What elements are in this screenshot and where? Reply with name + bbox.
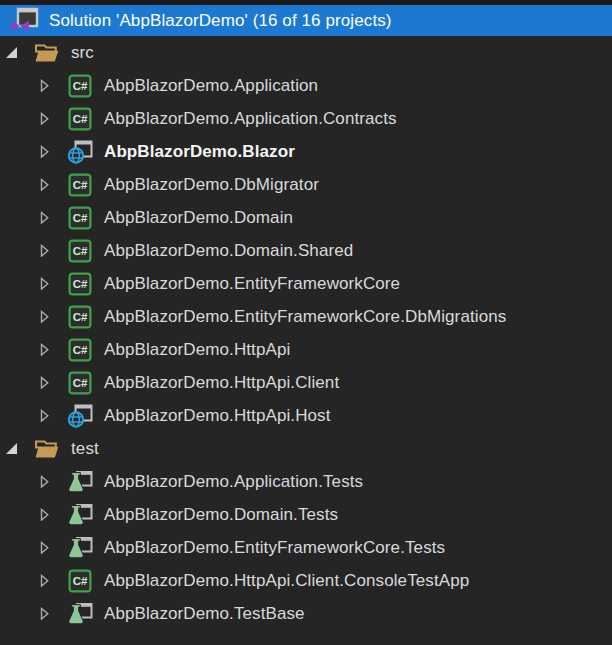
web-project-icon [67,404,93,428]
chevron-collapsed-icon[interactable] [38,277,51,290]
folder-open-icon [34,41,60,65]
tree-item-project[interactable]: AbpBlazorDemo.Domain.Tests [0,498,612,531]
test-project-icon [67,602,93,626]
chevron-expanded-icon[interactable] [5,46,18,59]
project-name: AbpBlazorDemo.Domain.Tests [104,505,338,525]
chevron-expanded-icon[interactable] [5,442,18,455]
test-project-icon [67,470,93,494]
project-name: AbpBlazorDemo.Application [104,76,318,96]
tree-item-project[interactable]: AbpBlazorDemo.Application.Tests [0,465,612,498]
csharp-project-icon [67,173,93,197]
test-project-icon [67,503,93,527]
chevron-collapsed-icon[interactable] [38,409,51,422]
project-name: AbpBlazorDemo.Application.Contracts [104,109,397,129]
solution-explorer-tree: Solution 'AbpBlazorDemo' (16 of 16 proje… [0,0,612,645]
project-name: AbpBlazorDemo.HttpApi.Client.ConsoleTest… [104,571,469,591]
tree-item-project[interactable]: AbpBlazorDemo.HttpApi [0,333,612,366]
chevron-collapsed-icon[interactable] [38,211,51,224]
csharp-project-icon [67,74,93,98]
tree-item-project[interactable]: AbpBlazorDemo.TestBase [0,597,612,630]
tree-item-project[interactable]: AbpBlazorDemo.Application [0,69,612,102]
csharp-project-icon [67,569,93,593]
solution-label: Solution 'AbpBlazorDemo' (16 of 16 proje… [49,11,392,31]
csharp-project-icon [67,305,93,329]
chevron-collapsed-icon[interactable] [38,508,51,521]
csharp-project-icon [67,206,93,230]
tree-item-project[interactable]: AbpBlazorDemo.Domain.Shared [0,234,612,267]
chevron-collapsed-icon[interactable] [38,376,51,389]
tree-item-project[interactable]: AbpBlazorDemo.HttpApi.Host [0,399,612,432]
chevron-collapsed-icon[interactable] [38,475,51,488]
chevron-collapsed-icon[interactable] [38,310,51,323]
project-name: AbpBlazorDemo.Blazor [104,142,295,162]
chevron-collapsed-icon[interactable] [38,79,51,92]
project-name: AbpBlazorDemo.EntityFrameworkCore.Tests [104,538,445,558]
project-name: AbpBlazorDemo.Application.Tests [104,472,363,492]
tree-item-project[interactable]: AbpBlazorDemo.EntityFrameworkCore.Tests [0,531,612,564]
chevron-collapsed-icon[interactable] [38,244,51,257]
tree-item-project[interactable]: AbpBlazorDemo.HttpApi.Client.ConsoleTest… [0,564,612,597]
chevron-collapsed-icon[interactable] [38,343,51,356]
project-name: AbpBlazorDemo.EntityFrameworkCore [104,274,400,294]
chevron-collapsed-icon[interactable] [38,574,51,587]
project-name: AbpBlazorDemo.HttpApi.Client [104,373,339,393]
tree-item-project[interactable]: AbpBlazorDemo.Application.Contracts [0,102,612,135]
project-name: AbpBlazorDemo.Domain [104,208,293,228]
test-project-icon [67,536,93,560]
tree-item-project[interactable]: AbpBlazorDemo.Domain [0,201,612,234]
chevron-collapsed-icon[interactable] [38,178,51,191]
tree-item-project[interactable]: AbpBlazorDemo.EntityFrameworkCore [0,267,612,300]
project-name: AbpBlazorDemo.HttpApi.Host [104,406,331,426]
chevron-collapsed-icon[interactable] [38,145,51,158]
visual-studio-solution-icon [10,7,39,34]
project-name: AbpBlazorDemo.TestBase [104,604,305,624]
tree-item-folder-test[interactable]: test [0,432,612,465]
tree-item-solution[interactable]: Solution 'AbpBlazorDemo' (16 of 16 proje… [0,5,612,36]
project-name: AbpBlazorDemo.HttpApi [104,340,290,360]
chevron-collapsed-icon[interactable] [38,112,51,125]
tree-item-project-startup[interactable]: AbpBlazorDemo.Blazor [0,135,612,168]
csharp-project-icon [67,371,93,395]
project-name: AbpBlazorDemo.DbMigrator [104,175,319,195]
web-project-icon [67,140,93,164]
folder-open-icon [34,437,60,461]
project-name: AbpBlazorDemo.Domain.Shared [104,241,353,261]
tree-item-project[interactable]: AbpBlazorDemo.EntityFrameworkCore.DbMigr… [0,300,612,333]
chevron-collapsed-icon[interactable] [38,607,51,620]
csharp-project-icon [67,338,93,362]
csharp-project-icon [67,272,93,296]
tree-item-folder-src[interactable]: src [0,36,612,69]
project-name: AbpBlazorDemo.EntityFrameworkCore.DbMigr… [104,307,506,327]
folder-label: src [71,43,94,63]
chevron-collapsed-icon[interactable] [38,541,51,554]
csharp-project-icon [67,107,93,131]
tree-item-project[interactable]: AbpBlazorDemo.HttpApi.Client [0,366,612,399]
csharp-project-icon [67,239,93,263]
tree-item-project[interactable]: AbpBlazorDemo.DbMigrator [0,168,612,201]
folder-label: test [71,439,99,459]
